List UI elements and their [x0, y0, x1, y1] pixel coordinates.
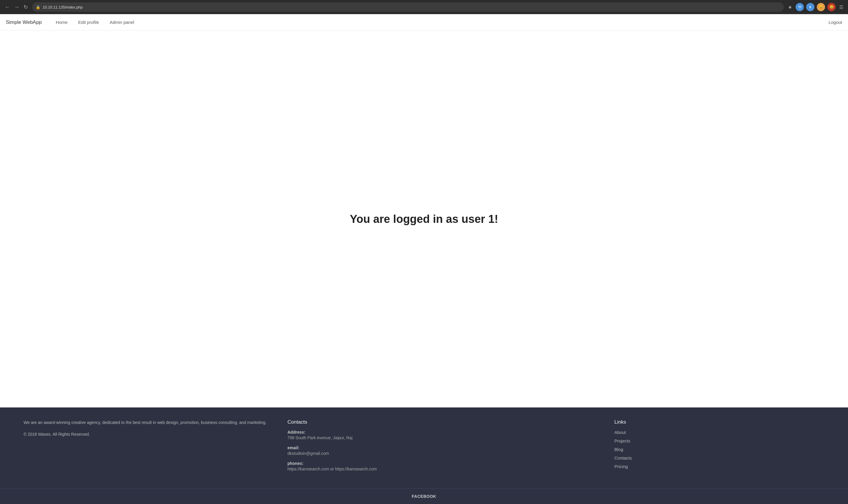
app-navbar: Simple WebApp Home Edit profile Admin pa… — [0, 14, 848, 31]
url-text: 10.10.11.135/index.php — [43, 5, 83, 10]
logout-button[interactable]: Logout — [829, 20, 842, 25]
footer-phones: phones: https://karosearch.com or https:… — [287, 461, 602, 471]
profile-badge[interactable]: 6 — [806, 3, 814, 11]
app-brand: Simple WebApp — [6, 19, 42, 25]
footer-copyright: © 2018 Waves. All Rights Reserved. — [23, 431, 276, 438]
app-nav-links: Home Edit profile Admin panel — [51, 17, 140, 27]
footer-content: We are an award-winning creative agency,… — [0, 419, 848, 488]
footer-address-value: 798 South Park Avenue, Jaipur, Raj — [287, 435, 602, 440]
refresh-button[interactable]: ↻ — [22, 3, 29, 12]
facebook-label: FACEBOOK — [412, 494, 436, 499]
footer-email: email: dkstudioin@gmail.com — [287, 446, 602, 456]
footer-pricing-link[interactable]: Pricing — [614, 464, 825, 469]
footer-address-label: Address: — [287, 430, 602, 434]
footer-contacts-section: Contacts Address: 798 South Park Avenue,… — [287, 419, 602, 476]
back-button[interactable]: ← — [3, 3, 11, 12]
footer-contacts-link[interactable]: Contacts — [614, 455, 825, 461]
edit-profile-link[interactable]: Edit profile — [73, 17, 105, 27]
footer-social[interactable]: FACEBOOK — [0, 488, 848, 504]
footer-links-section: Links About Projects Blog Contacts Prici… — [614, 419, 825, 476]
footer-contacts-heading: Contacts — [287, 419, 602, 425]
main-heading: You are logged in as user 1! — [350, 213, 498, 226]
footer-address: Address: 798 South Park Avenue, Jaipur, … — [287, 430, 602, 440]
profile-avatar-2[interactable]: 😀 — [827, 3, 836, 11]
footer-phones-label: phones: — [287, 461, 602, 466]
forward-button[interactable]: → — [13, 3, 21, 12]
footer-blog-link[interactable]: Blog — [614, 447, 825, 452]
browser-chrome: ← → ↻ 🔒 10.10.11.135/index.php ★ 🛡 6 😀 😀… — [0, 0, 848, 14]
footer-about-section: We are an award-winning creative agency,… — [23, 419, 276, 476]
security-icon: 🔒 — [36, 5, 40, 10]
footer-email-label: email: — [287, 446, 602, 450]
footer: We are an award-winning creative agency,… — [0, 408, 848, 504]
profile-avatar-1[interactable]: 😀 — [817, 3, 825, 11]
main-content: You are logged in as user 1! — [0, 31, 848, 408]
admin-panel-link[interactable]: Admin panel — [104, 17, 139, 27]
menu-button[interactable]: ☰ — [838, 3, 845, 11]
home-link[interactable]: Home — [51, 17, 73, 27]
shield-profile[interactable]: 🛡 — [796, 3, 804, 11]
star-button[interactable]: ★ — [787, 3, 793, 11]
address-bar[interactable]: 🔒 10.10.11.135/index.php — [32, 2, 784, 12]
footer-email-value: dkstudioin@gmail.com — [287, 451, 602, 456]
footer-projects-link[interactable]: Projects — [614, 438, 825, 443]
browser-nav-buttons: ← → ↻ — [3, 3, 29, 12]
footer-about-link[interactable]: About — [614, 430, 825, 435]
footer-links-heading: Links — [614, 419, 825, 425]
footer-phones-value: https://karosearch.com or https://karose… — [287, 467, 602, 471]
footer-about-text: We are an award-winning creative agency,… — [23, 419, 276, 426]
browser-actions: ★ 🛡 6 😀 😀 ☰ — [787, 3, 845, 11]
